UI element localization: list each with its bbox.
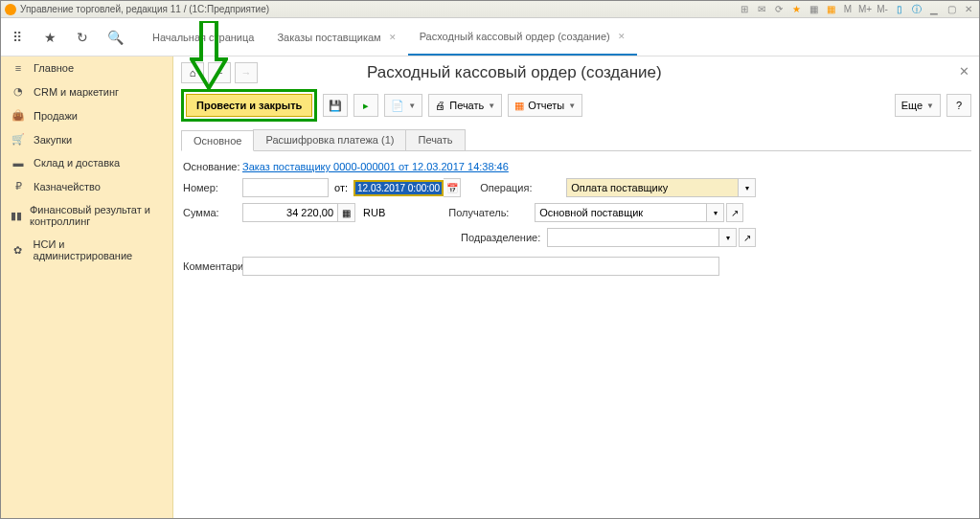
subtab-main[interactable]: Основное xyxy=(181,130,254,151)
sum-input[interactable] xyxy=(242,203,338,222)
chevron-down-icon: ▼ xyxy=(488,102,495,110)
box-icon: ▬ xyxy=(11,157,26,169)
window-maximize[interactable]: ▢ xyxy=(945,4,958,14)
sys-icon-6[interactable]: ▦ xyxy=(824,4,837,14)
more-button[interactable]: Еще▼ xyxy=(895,94,941,117)
recipient-dropdown[interactable]: ▾ xyxy=(707,203,724,222)
calculator-button[interactable]: ▦ xyxy=(338,203,355,222)
sys-icons: ⊞ ✉ ⟳ ★ ▦ ▦ M M+ M- ▯ ⓘ ▁ ▢ ✕ xyxy=(738,3,975,16)
number-label: Номер: xyxy=(183,182,242,193)
sidebar-item-sales[interactable]: 👜Продажи xyxy=(1,103,172,127)
department-label: Подразделение: xyxy=(461,232,547,243)
recipient-open[interactable]: ↗ xyxy=(726,203,743,222)
recipient-label: Получатель: xyxy=(448,207,535,218)
forward-button[interactable]: → xyxy=(235,62,258,83)
sys-icon-star[interactable]: ★ xyxy=(789,4,803,14)
subtab-print[interactable]: Печать xyxy=(405,129,465,150)
create-based-button[interactable]: 📄▼ xyxy=(384,94,422,117)
page-close-button[interactable]: ✕ xyxy=(959,64,969,79)
window-minimize[interactable]: ▁ xyxy=(927,4,941,14)
report-icon: ▦ xyxy=(514,100,524,112)
main-panel: ⌂ ← → Расходный кассовый ордер (создание… xyxy=(173,56,979,518)
sys-icon-3[interactable]: ⟳ xyxy=(772,4,786,14)
menu-icon: ≡ xyxy=(11,62,26,74)
app-icon xyxy=(5,4,16,15)
sidebar-item-finance[interactable]: ▮▮Финансовый результат и контроллинг xyxy=(1,198,172,233)
sidebar-item-admin[interactable]: ✿НСИ и администрирование xyxy=(1,233,172,267)
sidebar-item-crm[interactable]: ◔CRM и маркетинг xyxy=(1,79,172,103)
subtabs: Основное Расшифровка платежа (1) Печать xyxy=(181,129,971,151)
chevron-down-icon: ▼ xyxy=(568,102,576,110)
recipient-input[interactable] xyxy=(535,203,707,222)
date-input[interactable]: 12.03.2017 0:00:00 xyxy=(355,182,442,194)
apps-icon[interactable]: ⠿ xyxy=(5,25,30,50)
sys-icon-1[interactable]: ⊞ xyxy=(738,4,751,14)
window-close[interactable]: ✕ xyxy=(962,4,975,14)
page-title: Расходный кассовый ордер (создание) xyxy=(367,63,662,82)
sidebar-item-treasury[interactable]: ₽Казначейство xyxy=(1,174,172,198)
basis-link[interactable]: Заказ поставщику 0000-000001 от 12.03.20… xyxy=(242,161,509,172)
sys-icon-calc[interactable]: ▯ xyxy=(893,4,906,14)
tab-cash-order[interactable]: Расходный кассовый ордер (создание)✕ xyxy=(408,19,637,56)
tab-home[interactable]: Начальная страница xyxy=(141,19,265,56)
basis-label: Основание: xyxy=(183,161,242,172)
sys-icon-2[interactable]: ✉ xyxy=(755,4,768,14)
chevron-down-icon: ▼ xyxy=(408,102,416,110)
comment-label: Комментарий: xyxy=(183,260,242,272)
sys-icon-5[interactable]: ▦ xyxy=(807,4,820,14)
comment-input[interactable] xyxy=(242,257,719,276)
home-button[interactable]: ⌂ xyxy=(181,62,204,83)
form: Основание: Заказ поставщику 0000-000001 … xyxy=(181,151,971,291)
cart-icon: 🛒 xyxy=(11,133,26,146)
reports-button[interactable]: ▦Отчеты▼ xyxy=(508,94,582,117)
search-icon[interactable]: 🔍 xyxy=(103,25,127,50)
main-toolbar: ⠿ ★ ↻ 🔍 Начальная страница Заказы постав… xyxy=(1,18,979,56)
bag-icon: 👜 xyxy=(11,109,26,122)
back-button[interactable]: ← xyxy=(208,62,231,83)
tab-orders[interactable]: Заказы поставщикам✕ xyxy=(265,19,407,56)
bars-icon: ▮▮ xyxy=(11,210,22,222)
sys-icon-m[interactable]: M xyxy=(841,4,855,14)
sys-icon-info[interactable]: ⓘ xyxy=(910,3,923,16)
window-title: Управление торговлей, редакция 11 / (1С:… xyxy=(20,4,738,14)
post-button[interactable]: ▸ xyxy=(353,94,378,117)
number-input[interactable] xyxy=(242,178,329,197)
tab-close-icon[interactable]: ✕ xyxy=(389,33,397,42)
operation-input[interactable] xyxy=(566,178,739,197)
star-icon[interactable]: ★ xyxy=(37,25,62,50)
operation-label: Операция: xyxy=(480,182,566,193)
chevron-down-icon: ▼ xyxy=(926,102,934,110)
calendar-button[interactable]: 📅 xyxy=(444,178,461,197)
print-icon: 🖨 xyxy=(435,100,445,111)
sidebar-item-warehouse[interactable]: ▬Склад и доставка xyxy=(1,151,172,174)
history-icon[interactable]: ↻ xyxy=(70,25,95,50)
gear-icon: ✿ xyxy=(11,244,26,257)
date-highlight: 12.03.2017 0:00:00 xyxy=(353,180,444,196)
save-button[interactable]: 💾 xyxy=(323,94,348,117)
pie-icon: ◔ xyxy=(11,85,26,98)
sidebar: ≡Главное ◔CRM и маркетинг 👜Продажи 🛒Заку… xyxy=(1,56,173,518)
sidebar-item-main[interactable]: ≡Главное xyxy=(1,56,172,79)
sys-icon-mm[interactable]: M- xyxy=(876,4,889,14)
post-and-close-button[interactable]: Провести и закрыть xyxy=(186,94,312,117)
operation-dropdown[interactable]: ▾ xyxy=(739,178,756,197)
coin-icon: ₽ xyxy=(11,180,26,192)
sys-icon-mp[interactable]: M+ xyxy=(858,4,872,14)
sum-label: Сумма: xyxy=(183,207,242,218)
tabs: Начальная страница Заказы поставщикам✕ Р… xyxy=(141,18,637,56)
post-close-highlight: Провести и закрыть xyxy=(181,89,317,122)
subtab-payment[interactable]: Расшифровка платежа (1) xyxy=(253,129,406,150)
help-button[interactable]: ? xyxy=(946,94,971,117)
print-button[interactable]: 🖨Печать▼ xyxy=(428,94,502,117)
currency-label: RUB xyxy=(363,207,385,218)
department-dropdown[interactable]: ▾ xyxy=(719,228,737,247)
department-input[interactable] xyxy=(547,228,719,247)
tab-close-icon[interactable]: ✕ xyxy=(618,32,626,41)
sidebar-item-purchases[interactable]: 🛒Закупки xyxy=(1,127,172,151)
from-label: от: xyxy=(334,182,348,193)
doc-icon: 📄 xyxy=(391,100,404,112)
titlebar: Управление торговлей, редакция 11 / (1С:… xyxy=(1,1,979,18)
department-open[interactable]: ↗ xyxy=(739,228,756,247)
